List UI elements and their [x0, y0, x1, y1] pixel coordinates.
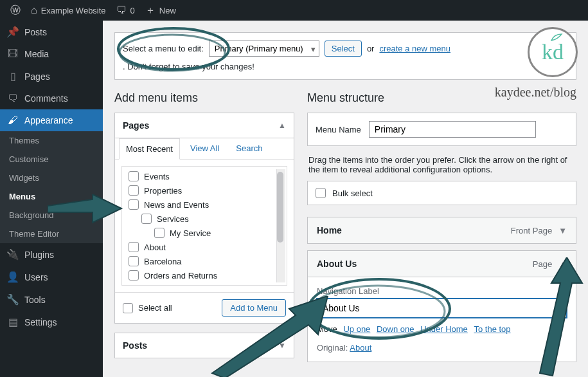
comments-link[interactable]: 🗨0	[111, 0, 140, 21]
posts-accordion-title: Posts	[123, 340, 147, 351]
site-home-link[interactable]: ⌂Example Website	[26, 0, 111, 21]
page-row[interactable]: My Service	[122, 226, 287, 240]
new-content-link[interactable]: ＋New	[140, 0, 181, 21]
menu-item-settings: Navigation Label Move Up one Down one Un…	[307, 277, 576, 362]
brush-icon: 🖌	[6, 115, 19, 126]
plugin-icon: 🔌	[6, 248, 19, 261]
menu-label: Settings	[24, 317, 57, 327]
wrench-icon: 🔧	[6, 293, 19, 306]
checkbox[interactable]	[123, 303, 133, 313]
menu-item-title: Home	[317, 225, 342, 235]
checkbox[interactable]	[129, 242, 139, 252]
scrollbar[interactable]	[276, 169, 285, 282]
new-label: New	[159, 6, 176, 15]
home-icon: ⌂	[31, 5, 37, 16]
page-label: Barcelona	[144, 257, 182, 266]
move-top-link[interactable]: To the top	[474, 324, 510, 334]
menu-item-pages[interactable]: ▯Pages	[0, 65, 103, 87]
checkbox[interactable]	[129, 270, 139, 280]
menu-item-appearance[interactable]: 🖌Appearance	[0, 109, 103, 131]
page-row[interactable]: News and Events	[122, 198, 287, 212]
caret-up-icon[interactable]: ▲	[558, 259, 567, 269]
page-label: Events	[144, 172, 170, 181]
menu-item-about[interactable]: About Us Page▲	[307, 250, 576, 277]
menu-item-comments[interactable]: 🗨Comments	[0, 87, 103, 109]
checkbox[interactable]	[129, 185, 139, 196]
navigation-label-input[interactable]	[317, 299, 567, 318]
select-all-label: Select all	[138, 303, 172, 313]
move-label: Move	[317, 324, 337, 334]
blog-url-text: kaydee.net/blog	[495, 85, 576, 100]
menu-item-posts[interactable]: 📌Posts	[0, 21, 103, 43]
caret-down-icon[interactable]: ▼	[558, 226, 567, 235]
menu-label: Appearance	[24, 115, 73, 125]
tab-most-recent[interactable]: Most Recent	[119, 138, 180, 160]
checkbox[interactable]	[141, 214, 152, 224]
menu-select-dropdown[interactable]: Primary (Primary menu)	[209, 41, 319, 57]
move-row: Move Up one Down one Under Home To the t…	[317, 324, 567, 334]
instructions-text: Drag the items into the order you prefer…	[308, 155, 575, 174]
submenu-background[interactable]: Background	[0, 206, 103, 225]
tab-search[interactable]: Search	[229, 138, 269, 159]
page-row[interactable]: Services	[122, 212, 287, 226]
checkbox[interactable]	[129, 256, 139, 266]
comments-icon: 🗨	[6, 93, 19, 104]
page-row[interactable]: Properties	[122, 183, 287, 198]
select-menu-button[interactable]: Select	[325, 41, 362, 57]
submenu-widgets[interactable]: Widgets	[0, 169, 103, 187]
page-row[interactable]: Orders and Returns	[122, 268, 287, 282]
bulk-select-checkbox[interactable]	[316, 188, 326, 198]
menu-label: Posts	[24, 27, 47, 37]
menu-item-users[interactable]: 👤Users	[0, 266, 103, 288]
checkbox[interactable]	[129, 199, 139, 210]
submenu-menus[interactable]: Menus	[0, 187, 103, 206]
menu-label: Plugins	[24, 250, 54, 260]
move-down-link[interactable]: Down one	[377, 324, 414, 334]
caret-down-icon: ▼	[278, 341, 286, 350]
menu-item-title: About Us	[317, 259, 357, 269]
scrollbar-thumb[interactable]	[277, 172, 283, 243]
pushpin-icon: 📌	[6, 26, 19, 38]
move-under-link[interactable]: Under Home	[420, 324, 468, 334]
gear-icon: ▤	[6, 316, 19, 328]
pages-icon: ▯	[6, 70, 19, 82]
menu-name-label: Menu Name	[316, 125, 361, 134]
checkbox[interactable]	[154, 228, 165, 238]
menu-item-home[interactable]: Home Front Page▼	[307, 217, 576, 244]
wordpress-icon: ⓦ	[10, 4, 21, 17]
page-label: Orders and Returns	[144, 271, 217, 280]
submenu-themes[interactable]: Themes	[0, 131, 103, 150]
original-link[interactable]: About	[350, 343, 371, 353]
page-row[interactable]: About	[122, 240, 287, 254]
bulk-select-row: Bulk select	[307, 181, 576, 205]
submenu-theme-editor[interactable]: Theme Editor	[0, 225, 103, 243]
page-row[interactable]: Events	[122, 169, 287, 183]
page-label: My Service	[170, 228, 211, 238]
select-all-row[interactable]: Select all	[123, 303, 172, 313]
pages-accordion-header[interactable]: Pages ▲	[115, 113, 294, 138]
original-row: Original: About	[317, 343, 567, 353]
create-new-menu-link[interactable]: create a new menu	[379, 44, 450, 53]
menu-item-tools[interactable]: 🔧Tools	[0, 288, 103, 311]
submenu-customise[interactable]: Customise	[0, 150, 103, 169]
menu-name-input[interactable]	[369, 121, 536, 138]
posts-accordion-header[interactable]: Posts ▼	[115, 333, 294, 358]
comments-count: 0	[130, 6, 135, 15]
caret-up-icon: ▲	[278, 121, 286, 130]
add-to-menu-button[interactable]: Add to Menu	[222, 299, 286, 317]
tab-view-all[interactable]: View All	[184, 138, 226, 159]
menu-label: Users	[24, 272, 48, 282]
checkbox[interactable]	[129, 171, 139, 181]
move-up-link[interactable]: Up one	[343, 324, 370, 334]
tail-text: . Don't forget to save your changes!	[123, 62, 254, 71]
page-row[interactable]: Barcelona	[122, 254, 287, 268]
menu-item-settings[interactable]: ▤Settings	[0, 311, 103, 333]
add-menu-items-column: Add menu items Pages ▲ Most Recent View …	[114, 91, 294, 367]
pages-checklist[interactable]: Events Properties News and Events Servic…	[122, 169, 287, 282]
wp-logo[interactable]: ⓦ	[5, 0, 26, 21]
plus-icon: ＋	[145, 4, 156, 17]
menu-item-plugins[interactable]: 🔌Plugins	[0, 243, 103, 266]
navigation-label-field-label: Navigation Label	[317, 286, 567, 296]
menu-item-media[interactable]: 🎞Media	[0, 43, 103, 65]
menu-label: Media	[24, 49, 49, 59]
